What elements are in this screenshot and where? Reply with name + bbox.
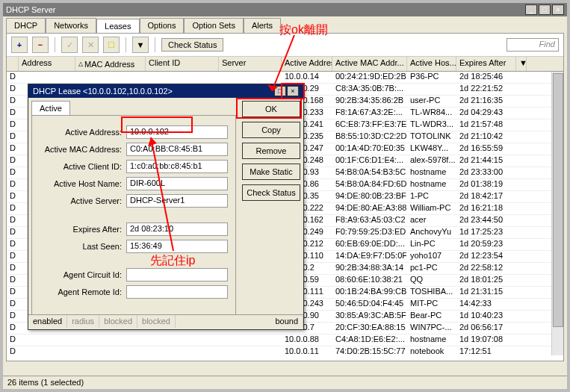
table-row[interactable]: D10.0.0.1400:24:21:9D:ED:2BP36-PC2d 18:2… [7,72,563,84]
lbl-active-server: Active Server: [40,196,122,205]
minimize-button[interactable]: _ [525,4,537,15]
dialog-title-bar: DHCP Lease <10.0.0.102,10.0.0.102> □ × [28,84,303,98]
ok-button[interactable]: OK [242,101,300,117]
col-server[interactable]: Server [219,57,282,71]
lbl-agent-circuit: Agent Circuit Id: [40,270,122,279]
dialog-status: enabled radius blocked blocked bound [28,314,303,328]
fld-agent-circuit [126,268,228,281]
find-input[interactable]: Find [507,38,559,52]
tab-alerts[interactable]: Alerts [244,18,281,33]
status-blocked1: blocked [99,315,137,328]
window-title-bar: DHCP Server _ □ × [3,3,567,16]
col-d[interactable] [7,57,19,71]
toolbar: + − ✓ ✕ ☐ ▼ Check Status Find [7,34,563,57]
lbl-agent-remote: Agent Remote Id: [40,287,122,296]
enable-icon[interactable]: ✓ [61,37,78,53]
lease-dialog: DHCP Lease <10.0.0.102,10.0.0.102> □ × A… [28,84,304,330]
main-tabs: DHCP Networks Leases Options Option Sets… [3,16,567,33]
fld-active-host: DIR-600L [126,177,228,190]
tab-option-sets[interactable]: Option Sets [184,18,243,33]
col-address[interactable]: Address [19,57,75,71]
close-button[interactable]: × [552,4,564,15]
col-mac[interactable]: △MAC Address [75,57,146,71]
col-client-id[interactable]: Client ID [146,57,219,71]
dialog-close-button[interactable]: × [287,86,299,96]
dialog-title: DHCP Lease <10.0.0.102,10.0.0.102> [33,87,173,96]
grid-header: Address △MAC Address Client ID Server Ac… [7,57,563,72]
fld-agent-remote [126,285,228,299]
fld-expires: 2d 08:23:10 [126,223,228,236]
copy-button[interactable]: Copy [242,122,300,138]
tab-networks[interactable]: Networks [46,18,96,33]
make-static-button[interactable]: Make Static [242,164,300,180]
status-bar: 26 items (1 selected) [3,376,567,389]
fld-active-mac: C0:A0:BB:C8:45:B1 [126,143,228,156]
col-expires[interactable]: Expires After [456,57,516,71]
lbl-last-seen: Last Seen: [40,242,122,251]
disable-icon[interactable]: ✕ [82,37,99,53]
remove-lease-button[interactable]: Remove [242,143,300,159]
maximize-button[interactable]: □ [539,4,551,15]
check-status-lease-button[interactable]: Check Status [242,184,300,201]
filter-icon[interactable]: ▼ [132,37,149,53]
check-status-button[interactable]: Check Status [161,38,223,52]
lbl-active-client-id: Active Client ID: [40,162,122,171]
col-active-address[interactable]: Active Address [282,57,332,71]
status-bound: bound [176,315,303,328]
status-blocked2: blocked [137,315,176,328]
lbl-active-host: Active Host Name: [40,179,122,188]
lbl-expires: Expires After: [40,225,122,234]
dialog-tab-active[interactable]: Active [31,101,70,115]
scrollbar[interactable] [551,72,563,355]
dialog-restore-button[interactable]: □ [274,86,286,96]
tab-dhcp[interactable]: DHCP [6,18,46,33]
fld-last-seen: 15:36:49 [126,240,228,253]
tab-options[interactable]: Options [140,18,185,33]
status-enabled: enabled [28,315,67,328]
comment-icon[interactable]: ☐ [103,37,120,53]
col-active-mac[interactable]: Active MAC Addr... [332,57,407,71]
lbl-active-address: Active Address: [40,128,122,137]
table-row[interactable]: D10.0.0.88C4:A8:1D:E6:E2:...hostname1d 1… [7,335,563,346]
fld-active-client-id: 1:c0:a0:bb:c8:45:b1 [126,160,228,173]
lbl-active-mac: Active MAC Address: [40,145,122,154]
table-row[interactable]: D10.0.0.1174:D0:2B:15:5C:77notebook17:12… [7,346,563,355]
col-menu[interactable]: ▼ [516,57,527,71]
fld-active-address: 10.0.0.102 [126,125,228,139]
window-title: DHCP Server [6,5,55,14]
remove-button[interactable]: − [32,37,49,53]
col-active-host[interactable]: Active Hos... [407,57,456,71]
add-button[interactable]: + [11,37,28,53]
fld-active-server: DHCP-Server1 [126,194,228,208]
scrollbar-thumb[interactable] [553,73,563,327]
tab-leases[interactable]: Leases [96,19,139,34]
status-radius: radius [67,315,99,328]
